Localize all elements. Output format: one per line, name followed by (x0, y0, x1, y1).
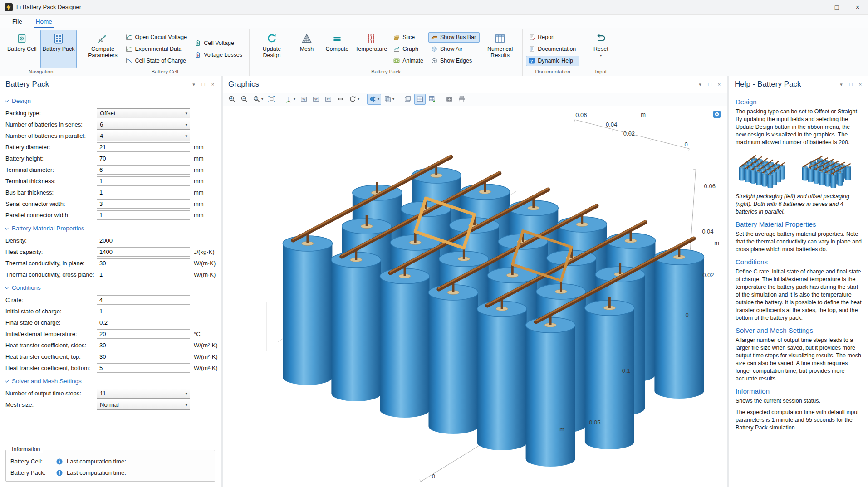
ribbon-show-air-button[interactable]: Show Air (428, 44, 480, 54)
field-label: Packing type: (5, 110, 97, 117)
graphics-panel-close-icon[interactable]: × (716, 82, 722, 88)
chevron-down-icon (5, 98, 9, 102)
documentation-icon (528, 45, 535, 53)
ribbon-reset-button[interactable]: Reset▾ (586, 30, 615, 68)
settings-panel-close-icon[interactable]: × (210, 82, 216, 88)
initial-state-of-charge-input[interactable] (97, 307, 190, 316)
form-row: Final state of charge: (0, 317, 221, 328)
minimize-button[interactable]: – (805, 0, 826, 14)
print-icon (458, 95, 466, 103)
ribbon-cell-state-of-charge-button[interactable]: Cell State of Charge (123, 56, 191, 66)
form-row: Number of output time steps:11▾ (0, 388, 221, 399)
ribbon-compute-button[interactable]: Compute (323, 30, 352, 68)
duplicate-window-button[interactable] (402, 94, 413, 105)
help-panel-close-icon[interactable]: × (857, 82, 863, 88)
thermal-conductivity-cross-plane-input[interactable] (97, 270, 190, 279)
help-panel-collapse-icon[interactable]: ▾ (838, 82, 844, 88)
zoom-out-button[interactable] (239, 94, 250, 105)
form-row: Bus bar thickness:mm (0, 187, 221, 198)
mesh-icon (301, 33, 313, 44)
mesh-size-select[interactable]: Normal▾ (97, 400, 190, 410)
heat-capacity-input[interactable] (97, 247, 190, 257)
ribbon-slice-button[interactable]: Slice (391, 32, 427, 43)
transparency-button[interactable]: ▾ (382, 94, 396, 105)
ribbon-temperature-button[interactable]: Temperature (353, 30, 389, 68)
view-yz-button[interactable]: yz (310, 94, 322, 105)
maximize-button[interactable]: □ (826, 0, 847, 14)
zoom-extents-button[interactable] (266, 94, 277, 105)
ribbon-dynamic-help-button[interactable]: ?Dynamic Help (526, 56, 579, 66)
close-button[interactable]: × (847, 0, 868, 14)
ribbon-numerical-results-button[interactable]: Numerical Results (481, 30, 519, 68)
settings-panel-float-icon[interactable]: □ (200, 82, 206, 88)
serial-connector-width-input[interactable] (97, 199, 190, 209)
go-to-default-view-button[interactable]: ▾ (283, 94, 297, 105)
ribbon-animate-button[interactable]: Animate (391, 56, 427, 66)
number-of-batteries-in-parallel-select[interactable]: 4▾ (97, 131, 190, 141)
chevron-down-icon: ▾ (261, 97, 263, 101)
help-panel-float-icon[interactable]: □ (848, 82, 854, 88)
ribbon-mesh-button[interactable]: Mesh (292, 30, 321, 68)
section-header-design[interactable]: Design (0, 97, 221, 104)
battery-height-input[interactable] (97, 154, 190, 163)
ribbon-battery-cell-button[interactable]: Battery Cell (5, 30, 39, 68)
section-header-solver-and-mesh-settings[interactable]: Solver and Mesh Settings (0, 378, 221, 385)
packing-type-select[interactable]: Offset▾ (97, 108, 190, 118)
show-grid-button[interactable] (414, 94, 426, 105)
ribbon-battery-pack-button[interactable]: Battery Pack (40, 30, 77, 68)
ribbon-graph-button[interactable]: Graph (391, 44, 427, 54)
reset-camera-button[interactable]: ▾ (347, 94, 361, 105)
battery-pack-3d-view[interactable]: 0.060.04m0.0200.060.04m0.0200.10.05m0 (223, 106, 727, 487)
number-of-batteries-in-series-select[interactable]: 6▾ (97, 120, 190, 130)
offset-packaging-image (799, 150, 859, 190)
settings-panel-collapse-icon[interactable]: ▾ (191, 82, 197, 88)
graphics-panel-float-icon[interactable]: □ (706, 82, 713, 88)
ribbon-voltage-losses-button[interactable]: Voltage Losses (192, 50, 246, 60)
density-input[interactable] (97, 236, 190, 245)
ribbon-compute-parameters-button[interactable]: Compute Parameters (83, 30, 122, 68)
heat-transfer-coefficient-sides-input[interactable] (97, 341, 190, 350)
thermal-conductivity-in-plane-input[interactable] (97, 258, 190, 268)
ribbon-show-edges-button[interactable]: Show Edges (428, 56, 480, 66)
help-paragraph: A larger number of output time steps lea… (736, 336, 862, 383)
information-box: InformationBattery Cell:Last computation… (5, 450, 215, 482)
terminal-diameter-input[interactable] (97, 165, 190, 175)
flip-view-button[interactable] (335, 94, 346, 105)
bus-bar-thickness-input[interactable] (97, 188, 190, 197)
show-edges-icon (431, 57, 438, 64)
c-rate-input[interactable] (97, 295, 190, 305)
ribbon-report-button[interactable]: Report (526, 32, 579, 43)
section-header-conditions[interactable]: Conditions (0, 284, 221, 291)
zoom-box-button[interactable]: ▾ (251, 94, 265, 105)
final-state-of-charge-input[interactable] (97, 318, 190, 327)
initial-external-temperature-input[interactable] (97, 329, 190, 339)
view-xy-button[interactable]: xy (298, 94, 309, 105)
ribbon-show-bus-bar-button[interactable]: Show Bus Bar (428, 32, 480, 43)
heat-transfer-coefficient-bottom-input[interactable] (97, 363, 190, 373)
terminal-thickness-input[interactable] (97, 176, 190, 186)
ribbon-experimental-data-button[interactable]: Experimental Data (123, 44, 191, 54)
graphics-panel-collapse-icon[interactable]: ▾ (697, 82, 703, 88)
print-button[interactable] (456, 94, 467, 105)
menu-file[interactable]: File (6, 15, 28, 28)
heat-transfer-coefficient-top-input[interactable] (97, 352, 190, 361)
view-zx-button[interactable]: zx (323, 94, 334, 105)
section-header-battery-material-properties[interactable]: Battery Material Properties (0, 225, 221, 232)
battery-diameter-input[interactable] (97, 142, 190, 152)
scene-light-button[interactable]: ▾ (367, 94, 381, 105)
ribbon-cell-voltage-button[interactable]: Cell Voltage (192, 38, 246, 49)
plot-settings-icon[interactable] (712, 110, 721, 119)
ribbon-update-design-button[interactable]: Update Design (253, 30, 291, 68)
section-title: Design (12, 97, 31, 104)
parallel-connector-width-input[interactable] (97, 210, 190, 220)
number-of-output-time-steps-select[interactable]: 11▾ (97, 389, 190, 399)
ribbon-documentation-button[interactable]: Documentation (526, 44, 579, 54)
zoom-in-button[interactable] (226, 94, 238, 105)
image-snapshot-button[interactable] (444, 94, 455, 105)
plot-data-table-button[interactable] (427, 94, 438, 105)
settings-form: DesignPacking type:Offset▾Number of batt… (0, 93, 221, 445)
ribbon-button-label: Graph (402, 46, 418, 52)
menu-home[interactable]: Home (30, 15, 58, 28)
field-label: Bus bar thickness: (5, 189, 97, 196)
ribbon-open-circuit-voltage-button[interactable]: Open Circuit Voltage (123, 32, 191, 43)
